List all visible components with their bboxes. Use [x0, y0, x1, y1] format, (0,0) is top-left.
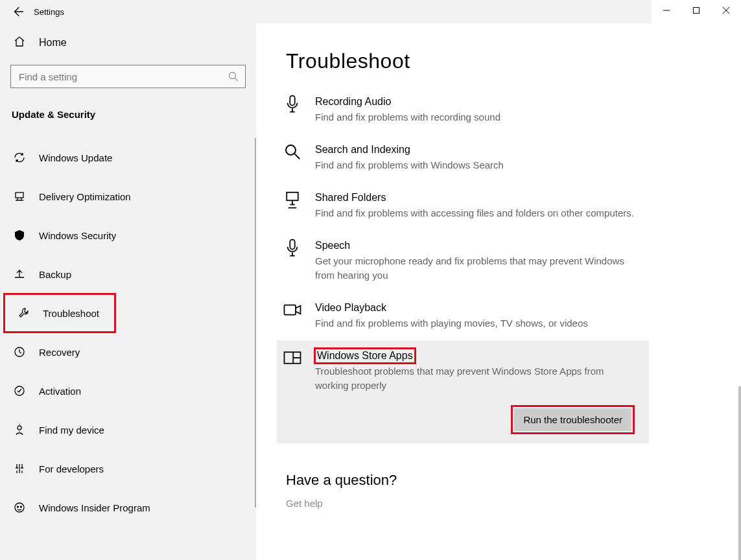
sidebar-item-label: Delivery Optimization [39, 191, 131, 202]
troubleshooter-recording-audio[interactable]: Recording Audio Find and fix problems wi… [277, 86, 649, 134]
sidebar-item-windows-security[interactable]: Windows Security [0, 216, 256, 255]
sidebar-item-label: Troubleshoot [43, 308, 99, 319]
sidebar-item-find-my-device[interactable]: Find my device [0, 410, 256, 449]
svg-rect-6 [16, 192, 23, 198]
svg-point-11 [18, 506, 19, 508]
svg-point-9 [18, 426, 21, 430]
sidebar-list: Windows Update Delivery Optimization Win… [0, 138, 256, 527]
page-title: Troubleshoot [286, 49, 709, 73]
get-help-link[interactable]: Get help [286, 498, 709, 509]
troubleshooter-desc: Find and fix problems with playing movie… [315, 316, 635, 331]
troubleshooter-desc: Find and fix problems with recording sou… [315, 110, 635, 124]
run-troubleshooter-button[interactable]: Run the troubleshooter [514, 408, 631, 431]
troubleshooter-title: Shared Folders [315, 191, 386, 205]
home-icon [13, 35, 26, 51]
wrench-icon [17, 307, 30, 320]
troubleshooter-video-playback[interactable]: Video Playback Find and fix problems wit… [277, 292, 649, 340]
content-pane: Troubleshoot Recording Audio Find and fi… [256, 23, 741, 560]
search-input[interactable] [18, 71, 228, 83]
backup-icon [13, 268, 26, 281]
svg-line-15 [294, 154, 300, 159]
sidebar-item-label: Backup [39, 269, 71, 280]
sidebar-item-backup[interactable]: Backup [0, 255, 256, 294]
insider-icon [13, 501, 26, 514]
settings-window: Settings Home [0, 0, 741, 560]
sidebar-item-recovery[interactable]: Recovery [0, 332, 256, 371]
titlebar: Settings [0, 0, 741, 23]
apps-icon [283, 349, 302, 367]
troubleshooter-desc: Find and fix problems with Windows Searc… [315, 158, 635, 172]
search-icon [283, 143, 302, 161]
sidebar-item-windows-insider[interactable]: Windows Insider Program [0, 488, 256, 527]
sidebar-item-label: Find my device [39, 425, 104, 436]
have-a-question-heading: Have a question? [286, 472, 709, 489]
window-controls [652, 0, 741, 23]
svg-rect-17 [290, 240, 295, 250]
troubleshooter-title: Video Playback [315, 301, 386, 315]
sidebar-item-label: Recovery [39, 347, 80, 358]
troubleshooter-windows-store-apps[interactable]: Windows Store Apps Troubleshoot problems… [277, 340, 649, 443]
sidebar-item-label: Windows Update [39, 152, 112, 163]
window-title: Settings [34, 7, 64, 17]
troubleshooter-speech[interactable]: Speech Get your microphone ready and fix… [277, 230, 649, 292]
troubleshooter-search-indexing[interactable]: Search and Indexing Find and fix problem… [277, 134, 649, 182]
svg-rect-16 [287, 192, 298, 201]
svg-point-14 [286, 145, 296, 155]
troubleshooter-title: Search and Indexing [315, 143, 410, 157]
svg-line-5 [235, 78, 239, 82]
maximize-button[interactable] [681, 0, 711, 21]
troubleshooter-shared-folders[interactable]: Shared Folders Find and fix problems wit… [277, 182, 649, 230]
shield-icon [13, 229, 26, 242]
svg-rect-1 [694, 8, 700, 14]
sidebar-item-windows-update[interactable]: Windows Update [0, 138, 256, 177]
refresh-icon [13, 151, 26, 164]
troubleshooter-desc: Troubleshoot problems that may prevent W… [315, 364, 635, 393]
svg-point-12 [21, 506, 22, 508]
sidebar-item-delivery-optimization[interactable]: Delivery Optimization [0, 177, 256, 216]
sidebar-item-for-developers[interactable]: For developers [0, 449, 256, 488]
troubleshooter-desc: Get your microphone ready and fix proble… [315, 254, 635, 283]
svg-rect-13 [290, 96, 295, 106]
troubleshooter-desc: Find and fix problems with accessing fil… [315, 206, 635, 220]
home-label: Home [39, 37, 67, 49]
search-box[interactable] [10, 65, 246, 88]
svg-rect-18 [285, 305, 296, 315]
developers-icon [13, 462, 26, 475]
troubleshooter-title: Recording Audio [315, 95, 391, 109]
sidebar-item-label: Activation [39, 386, 81, 397]
sidebar-section-title: Update & Security [0, 95, 256, 138]
sidebar-item-troubleshoot[interactable]: Troubleshoot [4, 294, 115, 332]
svg-point-4 [229, 73, 236, 79]
troubleshooter-title: Windows Store Apps [315, 349, 415, 363]
microphone-icon [283, 239, 302, 257]
search-icon [228, 71, 239, 82]
delivery-icon [13, 190, 26, 203]
troubleshooter-title: Speech [315, 239, 350, 253]
home-button[interactable]: Home [0, 23, 256, 62]
find-device-icon [13, 423, 26, 436]
video-icon [283, 301, 302, 319]
back-button[interactable] [12, 6, 23, 18]
scrollbar[interactable] [738, 386, 741, 560]
activation-icon [13, 384, 26, 397]
shared-folders-icon [283, 191, 302, 209]
sidebar-item-label: Windows Security [39, 230, 116, 241]
svg-point-10 [15, 503, 24, 512]
microphone-icon [283, 95, 302, 113]
recovery-icon [13, 345, 26, 358]
sidebar: Home Update & Security Windows Update [0, 23, 256, 560]
close-button[interactable] [711, 0, 741, 21]
sidebar-item-activation[interactable]: Activation [0, 371, 256, 410]
sidebar-item-label: Windows Insider Program [39, 502, 150, 513]
minimize-button[interactable] [652, 0, 681, 21]
sidebar-item-label: For developers [39, 463, 104, 474]
